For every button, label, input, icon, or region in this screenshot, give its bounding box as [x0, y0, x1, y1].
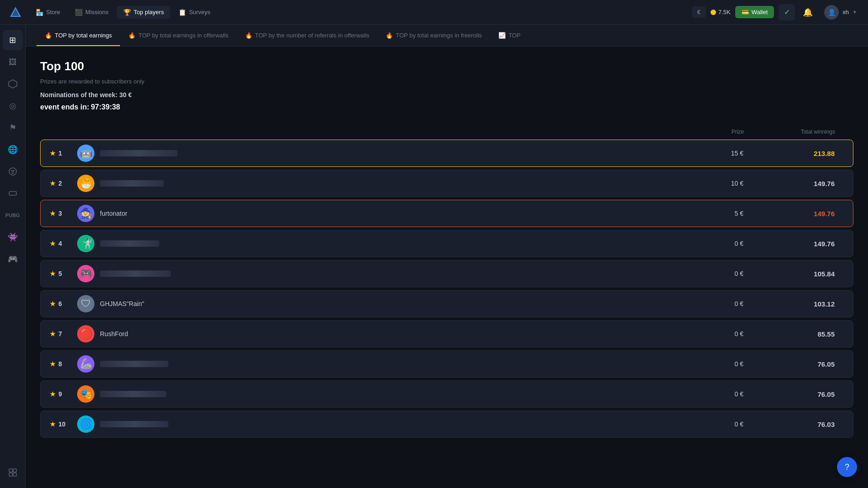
- coin-dot-icon: [711, 10, 716, 15]
- store-nav-button[interactable]: 🏪 Store: [29, 6, 67, 19]
- trophy-icon: 🏆: [123, 9, 131, 16]
- row-rank-6: ★6: [50, 300, 77, 307]
- row-winnings: 76.03: [753, 421, 844, 428]
- sidebar-item-game[interactable]: 🎮: [3, 249, 23, 269]
- row-winnings: 213.88: [753, 150, 844, 157]
- help-button[interactable]: ?: [837, 457, 857, 477]
- sidebar-item-dashboard2[interactable]: [3, 462, 23, 483]
- missions-nav-button[interactable]: ⬛ Missions: [68, 6, 115, 19]
- row-player-5: 🎮: [77, 265, 680, 282]
- row-prize: 15 €: [680, 150, 753, 157]
- nominations-text: Nominations of the week: 30 €: [40, 91, 853, 99]
- surveys-nav-button[interactable]: 📋 Surveys: [172, 6, 217, 19]
- player-avatar: 🎮: [77, 265, 94, 282]
- avatar: 👤: [824, 5, 839, 20]
- sidebar-item-filter[interactable]: [3, 161, 23, 182]
- player-avatar: 🤖: [77, 145, 94, 162]
- star-icon: ★: [50, 300, 56, 307]
- table-row: ★2🐣10 €149.76: [40, 170, 853, 197]
- sidebar-item-alien[interactable]: 👾: [3, 227, 23, 247]
- row-prize: 0 €: [680, 360, 753, 368]
- sidebar-item-image[interactable]: 🖼: [3, 52, 23, 72]
- svg-rect-8: [13, 473, 16, 476]
- row-rank-10: ★10: [50, 421, 77, 428]
- notifications-button[interactable]: 🔔: [800, 4, 816, 21]
- shield-button[interactable]: ✓: [779, 4, 795, 21]
- user-avatar-button[interactable]: 👤 xh ▼: [821, 3, 861, 21]
- row-prize: 0 €: [680, 390, 753, 398]
- table-row: ★5🎮0 €105.84: [40, 260, 853, 287]
- table-row: ★9🎭0 €76.05: [40, 380, 853, 408]
- player-name: RushFord: [100, 330, 128, 337]
- svg-rect-4: [9, 192, 16, 195]
- prizes-subtitle: Prizes are rewarded to subscribers only: [40, 78, 853, 85]
- event-ends-text: event ends in: 97:39:38: [40, 103, 853, 111]
- svg-rect-7: [9, 473, 12, 476]
- sidebar-item-hexagon[interactable]: [3, 74, 23, 94]
- player-name-blurred: [100, 421, 168, 427]
- player-name-blurred: [100, 391, 166, 397]
- tab-fire-icon-3: 🔥: [245, 32, 252, 39]
- tab-fire-icon-4: 🔥: [386, 32, 393, 39]
- sidebar-item-flag[interactable]: ⚑: [3, 118, 23, 138]
- player-avatar: 🔴: [77, 325, 94, 343]
- row-prize: 0 €: [680, 421, 753, 428]
- table-row: ★6🛡GHJMAS"Rain"0 €103.12: [40, 290, 853, 317]
- tab-fire-icon-2: 🔥: [128, 32, 136, 39]
- row-winnings: 149.76: [753, 180, 844, 187]
- row-rank-7: ★7: [50, 330, 77, 337]
- main-layout: ⊞ 🖼 ◎ ⚑ 🌐 PUBG 👾 🎮 🔥 TOP by total earnin…: [0, 25, 868, 488]
- tab-top-offerwalls[interactable]: 🔥 TOP by total earnings in offerwalls: [120, 25, 236, 46]
- row-player-2: 🐣: [77, 175, 680, 192]
- leaderboard-list: ★1🤖15 €213.88★2🐣10 €149.76★3🧙furtonator5…: [40, 140, 853, 438]
- row-winnings: 149.76: [753, 240, 844, 248]
- table-row: ★1🤖15 €213.88: [40, 140, 853, 167]
- row-prize: 5 €: [680, 210, 753, 217]
- sidebar: ⊞ 🖼 ◎ ⚑ 🌐 PUBG 👾 🎮: [0, 25, 26, 488]
- star-icon: ★: [50, 240, 56, 247]
- row-winnings: 76.05: [753, 390, 844, 398]
- tab-top[interactable]: 📈 TOP: [490, 25, 529, 46]
- row-rank-1: ★1: [50, 150, 77, 157]
- player-name-blurred: [100, 361, 168, 367]
- row-rank-5: ★5: [50, 270, 77, 277]
- top-players-nav-button[interactable]: 🏆 Top players: [117, 6, 170, 19]
- player-avatar: 🎭: [77, 385, 94, 403]
- player-name: furtonator: [100, 210, 127, 217]
- sidebar-item-globe[interactable]: 🌐: [3, 140, 23, 160]
- player-name: GHJMAS"Rain": [100, 300, 144, 307]
- col-winnings: Total winnings: [753, 129, 844, 135]
- tab-top-freerolls[interactable]: 🔥 TOP by total earnings in freerolls: [377, 25, 490, 46]
- player-name-blurred: [100, 180, 164, 187]
- player-name-blurred: [100, 240, 159, 247]
- sidebar-item-badge[interactable]: [3, 183, 23, 203]
- sidebar-item-circle[interactable]: ◎: [3, 96, 23, 116]
- row-rank-9: ★9: [50, 390, 77, 398]
- tabs-bar: 🔥 TOP by total earnings 🔥 TOP by total e…: [26, 25, 868, 47]
- table-header: Prize Total winnings: [40, 124, 853, 140]
- sidebar-item-pubg[interactable]: PUBG: [3, 205, 23, 225]
- player-avatar: 🧙: [77, 205, 94, 222]
- row-rank-3: ★3: [50, 210, 77, 217]
- star-icon: ★: [50, 180, 56, 187]
- row-prize: 0 €: [680, 330, 753, 337]
- svg-point-3: [9, 168, 16, 175]
- wallet-button[interactable]: 💳 Wallet: [735, 6, 774, 18]
- tab-top-total-earnings[interactable]: 🔥 TOP by total earnings: [37, 25, 120, 46]
- player-avatar: 🌀: [77, 415, 94, 433]
- store-icon: 🏪: [36, 9, 43, 16]
- table-row: ★8🦾0 €76.05: [40, 350, 853, 378]
- svg-rect-5: [9, 469, 12, 472]
- row-player-3: 🧙furtonator: [77, 205, 680, 222]
- row-prize: 0 €: [680, 240, 753, 247]
- euro-icon: €: [697, 9, 701, 16]
- tab-top-referrals[interactable]: 🔥 TOP by the number of referrals in offe…: [237, 25, 378, 46]
- top-navigation: 🏪 Store ⬛ Missions 🏆 Top players 📋 Surve…: [0, 0, 868, 25]
- euro-balance: €: [692, 6, 706, 18]
- row-player-1: 🤖: [77, 145, 680, 162]
- svg-rect-6: [13, 469, 16, 472]
- surveys-icon: 📋: [178, 9, 186, 16]
- row-prize: 0 €: [680, 300, 753, 307]
- star-icon: ★: [50, 270, 56, 277]
- sidebar-item-grid[interactable]: ⊞: [3, 30, 23, 50]
